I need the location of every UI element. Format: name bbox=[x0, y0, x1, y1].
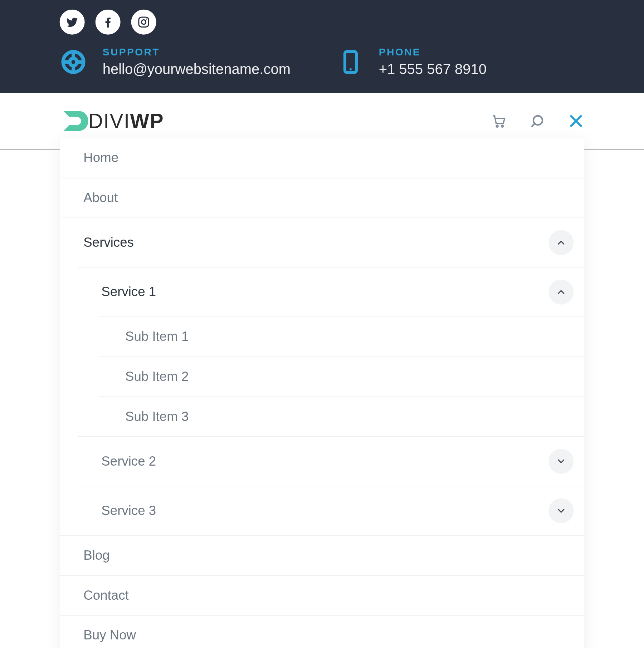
support-icon bbox=[60, 48, 87, 76]
menu-item-blog[interactable]: Blog bbox=[60, 536, 585, 575]
facebook-icon[interactable] bbox=[96, 10, 121, 35]
phone-label: PHONE bbox=[379, 46, 487, 58]
header-actions bbox=[491, 113, 584, 129]
contact-row: SUPPORT hello@yourwebsitename.com PHONE … bbox=[60, 46, 585, 78]
twitter-icon[interactable] bbox=[60, 10, 85, 35]
menu-item-label: Service 2 bbox=[101, 453, 156, 469]
menu-item-label: About bbox=[83, 190, 118, 206]
phone-text: PHONE +1 555 567 8910 bbox=[379, 46, 487, 78]
menu-item-services[interactable]: Services bbox=[60, 218, 585, 267]
svg-point-4 bbox=[70, 58, 77, 65]
svg-point-13 bbox=[533, 116, 542, 125]
svg-rect-0 bbox=[139, 17, 149, 27]
menu-item-label: Service 1 bbox=[101, 284, 156, 300]
menu-item-contact[interactable]: Contact bbox=[60, 576, 585, 615]
svg-point-11 bbox=[496, 125, 498, 127]
menu-item-service-1[interactable]: Service 1 bbox=[78, 267, 585, 316]
menu-item-sub-2[interactable]: Sub Item 2 bbox=[99, 357, 585, 396]
menu-item-label: Sub Item 1 bbox=[125, 329, 189, 344]
logo-mark-icon bbox=[60, 106, 89, 136]
support-label: SUPPORT bbox=[103, 46, 291, 58]
support-value[interactable]: hello@yourwebsitename.com bbox=[103, 61, 291, 78]
chevron-down-icon[interactable] bbox=[548, 449, 574, 474]
svg-point-2 bbox=[146, 19, 147, 20]
menu-item-label: Sub Item 3 bbox=[125, 409, 189, 424]
menu-item-service-3[interactable]: Service 3 bbox=[78, 486, 585, 535]
search-icon[interactable] bbox=[530, 113, 545, 129]
menu-item-label: Service 3 bbox=[101, 503, 156, 519]
phone-icon bbox=[338, 49, 363, 74]
menu-item-label: Services bbox=[83, 235, 134, 250]
svg-point-10 bbox=[350, 68, 352, 70]
cart-icon[interactable] bbox=[491, 113, 507, 129]
menu-item-service-2[interactable]: Service 2 bbox=[78, 437, 585, 486]
chevron-down-icon[interactable] bbox=[548, 498, 574, 523]
menu-item-buy-now[interactable]: Buy Now bbox=[60, 616, 585, 648]
phone-value[interactable]: +1 555 567 8910 bbox=[379, 61, 487, 78]
chevron-up-icon[interactable] bbox=[548, 280, 574, 305]
close-icon[interactable] bbox=[568, 113, 585, 129]
logo[interactable]: DIVIWP bbox=[60, 106, 164, 136]
topbar: SUPPORT hello@yourwebsitename.com PHONE … bbox=[0, 0, 644, 93]
menu-item-about[interactable]: About bbox=[60, 178, 585, 217]
menu-item-sub-3[interactable]: Sub Item 3 bbox=[99, 397, 585, 436]
menu-item-label: Contact bbox=[83, 588, 128, 603]
menu-item-label: Home bbox=[83, 150, 118, 166]
menu-item-home[interactable]: Home bbox=[60, 138, 585, 178]
menu-item-label: Buy Now bbox=[83, 628, 136, 643]
svg-point-1 bbox=[142, 20, 146, 24]
menu-panel: Home About Services Service bbox=[60, 138, 585, 648]
instagram-icon[interactable] bbox=[131, 10, 156, 35]
svg-point-12 bbox=[502, 125, 503, 127]
logo-text: DIVIWP bbox=[88, 109, 164, 133]
chevron-up-icon[interactable] bbox=[548, 230, 574, 255]
support-block: SUPPORT hello@yourwebsitename.com bbox=[60, 46, 291, 78]
menu-item-sub-1[interactable]: Sub Item 1 bbox=[99, 317, 585, 357]
svg-line-14 bbox=[531, 124, 535, 127]
logo-text-part2: WP bbox=[130, 109, 164, 132]
support-text: SUPPORT hello@yourwebsitename.com bbox=[103, 46, 291, 78]
menu-item-label: Sub Item 2 bbox=[125, 369, 189, 384]
social-row bbox=[60, 10, 585, 35]
phone-block: PHONE +1 555 567 8910 bbox=[338, 46, 487, 78]
logo-text-part1: DIVI bbox=[88, 109, 130, 132]
menu-item-label: Blog bbox=[83, 548, 109, 563]
